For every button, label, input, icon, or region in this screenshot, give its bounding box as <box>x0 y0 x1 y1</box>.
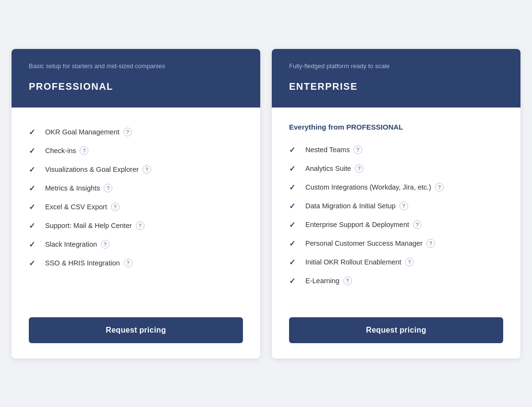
feature-label: Nested Teams ? <box>305 145 362 154</box>
help-icon[interactable]: ? <box>101 240 109 249</box>
feature-label: Data Migration & Initial Setup ? <box>305 202 408 210</box>
help-icon[interactable]: ? <box>111 203 120 211</box>
professional-card: Basic setup for starters and mid-sized c… <box>12 49 260 359</box>
professional-subtitle: Basic setup for starters and mid-sized c… <box>29 62 243 70</box>
check-icon: ✓ <box>29 259 38 268</box>
everything-label: Everything from PROFESSIONAL <box>289 123 503 131</box>
enterprise-request-button[interactable]: Request pricing <box>289 317 503 343</box>
help-icon[interactable]: ? <box>399 202 408 210</box>
feature-label: OKR Goal Management ? <box>45 128 132 136</box>
list-item: ✓ Check-ins ? <box>29 142 243 160</box>
help-icon[interactable]: ? <box>143 165 151 174</box>
help-icon[interactable]: ? <box>80 146 88 155</box>
enterprise-body: Everything from PROFESSIONAL ✓ Nested Te… <box>272 108 520 306</box>
help-icon[interactable]: ? <box>123 128 132 136</box>
list-item: ✓ Slack Integration ? <box>29 235 243 254</box>
feature-label: Slack Integration ? <box>45 240 109 249</box>
check-icon: ✓ <box>29 165 38 174</box>
professional-plan-name: PROFESSIONAL <box>29 81 243 92</box>
check-icon: ✓ <box>29 146 38 156</box>
check-icon: ✓ <box>29 203 38 212</box>
help-icon[interactable]: ? <box>353 145 362 154</box>
feature-label: Initial OKR Rollout Enablement ? <box>305 258 414 266</box>
list-item: ✓ Initial OKR Rollout Enablement ? <box>289 253 503 272</box>
feature-label: E-Learning ? <box>305 276 352 285</box>
check-icon: ✓ <box>289 202 299 211</box>
check-icon: ✓ <box>29 240 38 249</box>
list-item: ✓ Data Migration & Initial Setup ? <box>289 197 503 215</box>
check-icon: ✓ <box>289 183 299 192</box>
check-icon: ✓ <box>289 276 299 286</box>
list-item: ✓ OKR Goal Management ? <box>29 123 243 142</box>
feature-label: Check-ins ? <box>45 146 88 155</box>
list-item: ✓ Nested Teams ? <box>289 141 503 159</box>
help-icon[interactable]: ? <box>405 258 414 266</box>
help-icon[interactable]: ? <box>104 184 112 192</box>
feature-label: Analytics Suite ? <box>305 164 363 173</box>
list-item: ✓ Analytics Suite ? <box>289 159 503 178</box>
feature-label: Custom Integrations (Workday, Jira, etc.… <box>305 183 444 192</box>
enterprise-plan-name: ENTERPRISE <box>289 81 503 92</box>
check-icon: ✓ <box>29 221 38 230</box>
feature-label: Metrics & Insights ? <box>45 184 112 192</box>
pricing-wrapper: Basic setup for starters and mid-sized c… <box>12 49 520 359</box>
list-item: ✓ Visualizations & Goal Explorer ? <box>29 160 243 179</box>
list-item: ✓ Enterprise Support & Deployment ? <box>289 215 503 234</box>
enterprise-footer: Request pricing <box>272 306 520 359</box>
help-icon[interactable]: ? <box>136 221 145 230</box>
enterprise-feature-list: ✓ Nested Teams ? ✓ Analytics Suite ? ✓ C… <box>289 141 503 290</box>
list-item: ✓ Support: Mail & Help Center ? <box>29 216 243 235</box>
feature-label: Personal Customer Success Manager ? <box>305 239 435 248</box>
help-icon[interactable]: ? <box>435 183 444 192</box>
feature-label: Excel & CSV Export ? <box>45 203 120 211</box>
professional-request-button[interactable]: Request pricing <box>29 317 243 343</box>
help-icon[interactable]: ? <box>355 164 363 173</box>
feature-label: Visualizations & Goal Explorer ? <box>45 165 151 174</box>
check-icon: ✓ <box>289 164 299 173</box>
check-icon: ✓ <box>29 184 38 193</box>
check-icon: ✓ <box>289 258 299 267</box>
professional-body: ✓ OKR Goal Management ? ✓ Check-ins ? ✓ … <box>12 108 260 306</box>
list-item: ✓ Custom Integrations (Workday, Jira, et… <box>289 178 503 197</box>
list-item: ✓ SSO & HRIS Integration ? <box>29 254 243 273</box>
check-icon: ✓ <box>289 145 299 155</box>
feature-label: Support: Mail & Help Center ? <box>45 221 145 230</box>
check-icon: ✓ <box>29 128 38 137</box>
list-item: ✓ Excel & CSV Export ? <box>29 198 243 216</box>
professional-feature-list: ✓ OKR Goal Management ? ✓ Check-ins ? ✓ … <box>29 123 243 290</box>
feature-label: SSO & HRIS Integration ? <box>45 259 133 267</box>
check-icon: ✓ <box>289 239 299 248</box>
help-icon[interactable]: ? <box>426 239 435 248</box>
list-item: ✓ Metrics & Insights ? <box>29 179 243 198</box>
list-item: ✓ E-Learning ? <box>289 272 503 290</box>
help-icon[interactable]: ? <box>413 220 422 229</box>
professional-header: Basic setup for starters and mid-sized c… <box>12 49 260 108</box>
enterprise-subtitle: Fully-fledged platform ready to scale <box>289 62 503 70</box>
enterprise-header: Fully-fledged platform ready to scale EN… <box>272 49 520 108</box>
professional-footer: Request pricing <box>12 306 260 359</box>
help-icon[interactable]: ? <box>343 276 352 285</box>
feature-label: Enterprise Support & Deployment ? <box>305 220 422 229</box>
list-item: ✓ Personal Customer Success Manager ? <box>289 234 503 253</box>
help-icon[interactable]: ? <box>124 259 133 267</box>
enterprise-card: Fully-fledged platform ready to scale EN… <box>272 49 520 359</box>
check-icon: ✓ <box>289 220 299 229</box>
